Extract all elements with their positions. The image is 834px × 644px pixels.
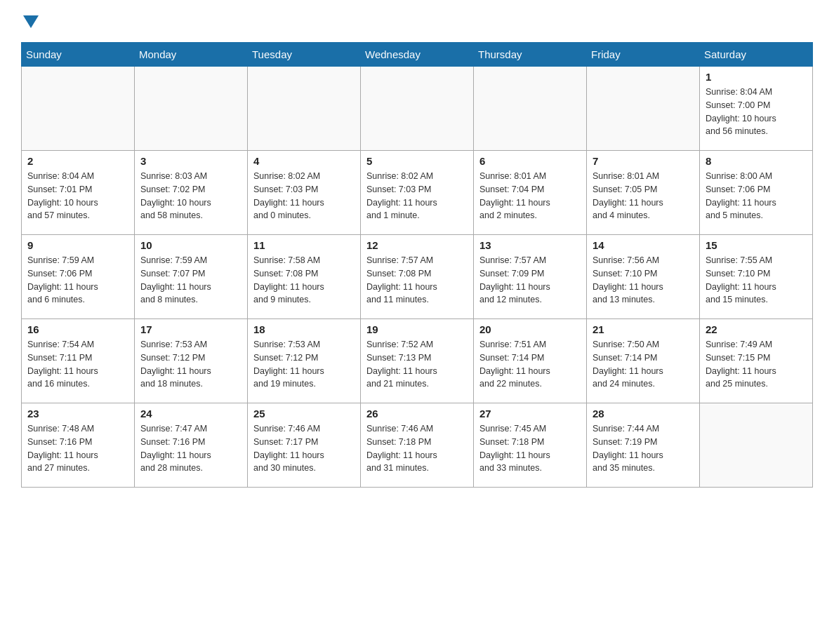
day-number: 13 xyxy=(479,239,581,251)
calendar-cell xyxy=(700,403,813,488)
calendar-cell xyxy=(22,67,135,151)
calendar-cell: 12Sunrise: 7:57 AMSunset: 7:08 PMDayligh… xyxy=(361,235,474,319)
calendar-cell: 24Sunrise: 7:47 AMSunset: 7:16 PMDayligh… xyxy=(135,403,248,488)
calendar-cell: 4Sunrise: 8:02 AMSunset: 7:03 PMDaylight… xyxy=(248,151,361,235)
day-info: Sunrise: 7:53 AMSunset: 7:12 PMDaylight:… xyxy=(140,338,241,391)
calendar-cell: 16Sunrise: 7:54 AMSunset: 7:11 PMDayligh… xyxy=(22,319,135,403)
logo-arrow-icon xyxy=(23,15,39,28)
day-number: 20 xyxy=(479,323,581,335)
day-number: 6 xyxy=(479,155,581,167)
calendar-cell: 19Sunrise: 7:52 AMSunset: 7:13 PMDayligh… xyxy=(361,319,474,403)
day-number: 28 xyxy=(593,408,694,420)
day-number: 18 xyxy=(253,323,355,335)
day-info: Sunrise: 7:50 AMSunset: 7:14 PMDaylight:… xyxy=(593,338,694,391)
day-number: 24 xyxy=(140,408,241,420)
day-number: 22 xyxy=(706,323,807,335)
calendar-cell: 1Sunrise: 8:04 AMSunset: 7:00 PMDaylight… xyxy=(700,67,813,151)
calendar-cell: 25Sunrise: 7:46 AMSunset: 7:17 PMDayligh… xyxy=(248,403,361,488)
day-info: Sunrise: 7:46 AMSunset: 7:17 PMDaylight:… xyxy=(253,422,355,475)
day-number: 12 xyxy=(366,239,468,251)
day-info: Sunrise: 7:59 AMSunset: 7:07 PMDaylight:… xyxy=(140,254,241,307)
calendar-week-row-1: 1Sunrise: 8:04 AMSunset: 7:00 PMDaylight… xyxy=(22,67,813,151)
day-number: 3 xyxy=(140,155,241,167)
day-number: 4 xyxy=(253,155,355,167)
calendar-cell: 11Sunrise: 7:58 AMSunset: 7:08 PMDayligh… xyxy=(248,235,361,319)
calendar-week-row-5: 23Sunrise: 7:48 AMSunset: 7:16 PMDayligh… xyxy=(22,403,813,488)
day-info: Sunrise: 8:01 AMSunset: 7:05 PMDaylight:… xyxy=(593,170,694,222)
calendar-cell: 5Sunrise: 8:02 AMSunset: 7:03 PMDaylight… xyxy=(361,151,474,235)
day-number: 5 xyxy=(366,155,468,167)
calendar-cell: 17Sunrise: 7:53 AMSunset: 7:12 PMDayligh… xyxy=(135,319,248,403)
day-number: 11 xyxy=(253,239,355,251)
calendar-cell: 15Sunrise: 7:55 AMSunset: 7:10 PMDayligh… xyxy=(700,235,813,319)
day-number: 27 xyxy=(479,408,581,420)
day-number: 2 xyxy=(27,155,128,167)
svg-marker-0 xyxy=(23,15,39,28)
day-number: 8 xyxy=(706,155,807,167)
day-info: Sunrise: 8:01 AMSunset: 7:04 PMDaylight:… xyxy=(479,170,581,222)
day-number: 9 xyxy=(27,239,128,251)
day-info: Sunrise: 7:44 AMSunset: 7:19 PMDaylight:… xyxy=(593,422,694,475)
weekday-header-tuesday: Tuesday xyxy=(248,43,361,67)
day-info: Sunrise: 7:47 AMSunset: 7:16 PMDaylight:… xyxy=(140,422,241,475)
weekday-header-row: SundayMondayTuesdayWednesdayThursdayFrid… xyxy=(22,43,813,67)
day-info: Sunrise: 7:48 AMSunset: 7:16 PMDaylight:… xyxy=(27,422,128,475)
calendar-cell: 9Sunrise: 7:59 AMSunset: 7:06 PMDaylight… xyxy=(22,235,135,319)
calendar-cell: 28Sunrise: 7:44 AMSunset: 7:19 PMDayligh… xyxy=(587,403,700,488)
day-info: Sunrise: 7:56 AMSunset: 7:10 PMDaylight:… xyxy=(593,254,694,307)
calendar-cell xyxy=(587,67,700,151)
calendar-cell xyxy=(361,67,474,151)
calendar-cell: 10Sunrise: 7:59 AMSunset: 7:07 PMDayligh… xyxy=(135,235,248,319)
calendar-cell: 20Sunrise: 7:51 AMSunset: 7:14 PMDayligh… xyxy=(474,319,587,403)
weekday-header-monday: Monday xyxy=(135,43,248,67)
weekday-header-sunday: Sunday xyxy=(22,43,135,67)
day-number: 10 xyxy=(140,239,241,251)
day-number: 15 xyxy=(706,239,807,251)
calendar-cell: 22Sunrise: 7:49 AMSunset: 7:15 PMDayligh… xyxy=(700,319,813,403)
calendar-cell: 7Sunrise: 8:01 AMSunset: 7:05 PMDaylight… xyxy=(587,151,700,235)
day-number: 26 xyxy=(366,408,468,420)
day-info: Sunrise: 8:04 AMSunset: 7:01 PMDaylight:… xyxy=(27,170,128,222)
day-info: Sunrise: 8:03 AMSunset: 7:02 PMDaylight:… xyxy=(140,170,241,222)
day-info: Sunrise: 8:02 AMSunset: 7:03 PMDaylight:… xyxy=(253,170,355,222)
day-info: Sunrise: 7:58 AMSunset: 7:08 PMDaylight:… xyxy=(253,254,355,307)
calendar-cell: 26Sunrise: 7:46 AMSunset: 7:18 PMDayligh… xyxy=(361,403,474,488)
day-info: Sunrise: 7:54 AMSunset: 7:11 PMDaylight:… xyxy=(27,338,128,391)
day-number: 21 xyxy=(593,323,694,335)
day-number: 16 xyxy=(27,323,128,335)
logo xyxy=(21,14,39,31)
day-number: 14 xyxy=(593,239,694,251)
calendar-cell: 6Sunrise: 8:01 AMSunset: 7:04 PMDaylight… xyxy=(474,151,587,235)
day-number: 7 xyxy=(593,155,694,167)
day-info: Sunrise: 7:53 AMSunset: 7:12 PMDaylight:… xyxy=(253,338,355,391)
day-info: Sunrise: 8:04 AMSunset: 7:00 PMDaylight:… xyxy=(706,86,807,138)
day-info: Sunrise: 8:00 AMSunset: 7:06 PMDaylight:… xyxy=(706,170,807,222)
calendar-cell: 14Sunrise: 7:56 AMSunset: 7:10 PMDayligh… xyxy=(587,235,700,319)
weekday-header-thursday: Thursday xyxy=(474,43,587,67)
calendar-cell: 2Sunrise: 8:04 AMSunset: 7:01 PMDaylight… xyxy=(22,151,135,235)
calendar-cell: 21Sunrise: 7:50 AMSunset: 7:14 PMDayligh… xyxy=(587,319,700,403)
day-info: Sunrise: 7:57 AMSunset: 7:09 PMDaylight:… xyxy=(479,254,581,307)
day-info: Sunrise: 7:57 AMSunset: 7:08 PMDaylight:… xyxy=(366,254,468,307)
day-info: Sunrise: 7:49 AMSunset: 7:15 PMDaylight:… xyxy=(706,338,807,391)
calendar-week-row-4: 16Sunrise: 7:54 AMSunset: 7:11 PMDayligh… xyxy=(22,319,813,403)
weekday-header-friday: Friday xyxy=(587,43,700,67)
calendar-table: SundayMondayTuesdayWednesdayThursdayFrid… xyxy=(21,42,813,488)
calendar-cell: 3Sunrise: 8:03 AMSunset: 7:02 PMDaylight… xyxy=(135,151,248,235)
calendar-cell xyxy=(474,67,587,151)
calendar-cell: 27Sunrise: 7:45 AMSunset: 7:18 PMDayligh… xyxy=(474,403,587,488)
day-number: 19 xyxy=(366,323,468,335)
day-info: Sunrise: 7:46 AMSunset: 7:18 PMDaylight:… xyxy=(366,422,468,475)
calendar-cell: 23Sunrise: 7:48 AMSunset: 7:16 PMDayligh… xyxy=(22,403,135,488)
day-info: Sunrise: 7:51 AMSunset: 7:14 PMDaylight:… xyxy=(479,338,581,391)
day-info: Sunrise: 8:02 AMSunset: 7:03 PMDaylight:… xyxy=(366,170,468,222)
day-info: Sunrise: 7:59 AMSunset: 7:06 PMDaylight:… xyxy=(27,254,128,307)
day-info: Sunrise: 7:45 AMSunset: 7:18 PMDaylight:… xyxy=(479,422,581,475)
day-number: 17 xyxy=(140,323,241,335)
calendar-cell: 18Sunrise: 7:53 AMSunset: 7:12 PMDayligh… xyxy=(248,319,361,403)
page-header xyxy=(21,14,813,31)
weekday-header-saturday: Saturday xyxy=(700,43,813,67)
day-number: 1 xyxy=(706,71,807,83)
weekday-header-wednesday: Wednesday xyxy=(361,43,474,67)
calendar-week-row-3: 9Sunrise: 7:59 AMSunset: 7:06 PMDaylight… xyxy=(22,235,813,319)
